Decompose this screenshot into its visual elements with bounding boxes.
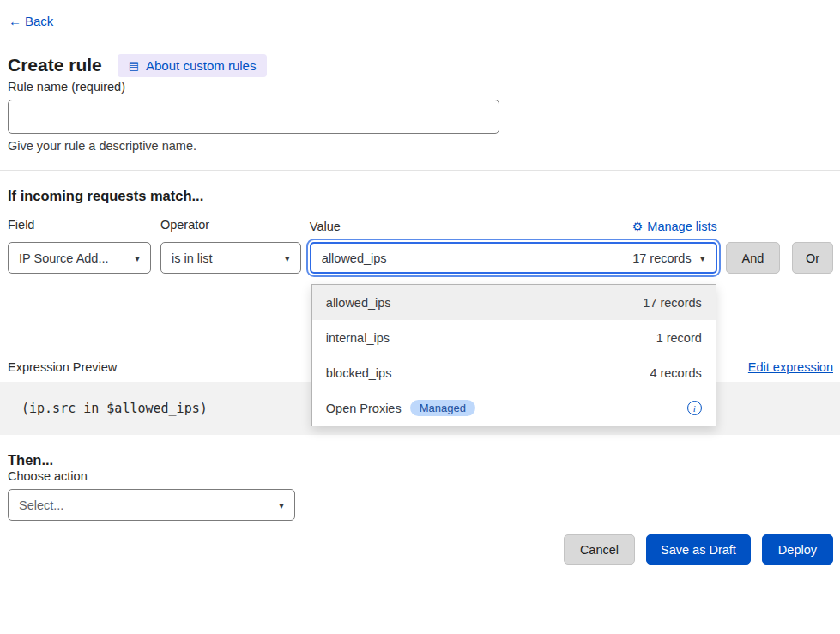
list-item-name: allowed_ips <box>326 296 391 310</box>
section-divider <box>0 170 840 171</box>
info-icon[interactable]: i <box>687 401 702 415</box>
list-item-open-proxies[interactable]: Open Proxies Managed i <box>312 390 716 426</box>
list-item-internal-ips[interactable]: internal_ips 1 record <box>312 320 716 355</box>
cancel-button[interactable]: Cancel <box>564 534 635 565</box>
value-column: Value ⚙ Manage lists allowed_ips 17 reco… <box>310 218 717 274</box>
back-arrow-icon: ← <box>9 14 21 28</box>
footer-actions: Cancel Save as Draft Deploy <box>0 534 840 565</box>
chevron-down-icon: ▾ <box>285 252 290 264</box>
match-section-heading: If incoming requests match... <box>8 188 840 204</box>
or-button[interactable]: Or <box>792 242 833 274</box>
action-select-placeholder: Select... <box>19 498 63 512</box>
value-select[interactable]: allowed_ips 17 records ▾ <box>310 242 717 274</box>
value-select-value: allowed_ips <box>322 251 387 265</box>
list-item-blocked-ips[interactable]: blocked_ips 4 records <box>312 355 716 390</box>
managed-badge: Managed <box>410 400 475 416</box>
value-select-meta: 17 records <box>632 251 692 265</box>
field-select[interactable]: IP Source Add... ▾ <box>8 242 151 274</box>
chevron-down-icon: ▾ <box>135 252 140 264</box>
book-icon: ▤ <box>129 59 139 72</box>
value-dropdown-menu: allowed_ips 17 records internal_ips 1 re… <box>311 284 716 426</box>
operator-select[interactable]: is in list ▾ <box>160 242 301 274</box>
field-label: Field <box>8 218 151 235</box>
operator-label: Operator <box>160 218 301 235</box>
field-column: Field IP Source Add... ▾ <box>8 218 151 274</box>
rule-name-label: Rule name (required) <box>8 80 125 94</box>
field-select-value: IP Source Add... <box>19 251 109 265</box>
about-custom-rules-link[interactable]: ▤ About custom rules <box>118 54 268 77</box>
choose-action-label: Choose action <box>8 469 88 483</box>
manage-lists-label: Manage lists <box>647 220 716 233</box>
action-select[interactable]: Select... ▾ <box>8 489 295 521</box>
rule-name-help: Give your rule a descriptive name. <box>8 139 840 153</box>
list-item-name: internal_ips <box>326 331 390 345</box>
value-label-row: Value ⚙ Manage lists <box>310 218 717 235</box>
edit-expression-link[interactable]: Edit expression <box>748 360 833 374</box>
list-item-name: Open Proxies <box>326 402 402 415</box>
deploy-button[interactable]: Deploy <box>762 534 833 565</box>
chevron-down-icon: ▾ <box>700 252 705 264</box>
about-custom-rules-label: About custom rules <box>146 58 256 73</box>
operator-column: Operator is in list ▾ <box>160 218 301 274</box>
manage-lists-link[interactable]: ⚙ Manage lists <box>632 220 717 233</box>
rule-name-input[interactable] <box>8 100 499 134</box>
then-section-heading: Then... <box>8 452 840 468</box>
list-item-meta: 4 records <box>650 366 701 380</box>
page-title: Create rule <box>8 55 102 75</box>
list-item-name: blocked_ips <box>326 366 392 380</box>
save-as-draft-button[interactable]: Save as Draft <box>646 534 751 565</box>
match-row: Field IP Source Add... ▾ Operator is in … <box>8 218 833 274</box>
list-item-left: Open Proxies Managed <box>326 400 475 416</box>
list-item-allowed-ips[interactable]: allowed_ips 17 records <box>312 285 716 320</box>
value-label: Value <box>310 220 341 233</box>
expression-code: (ip.src in $allowed_ips) <box>21 401 208 416</box>
value-select-right: 17 records ▾ <box>632 251 705 265</box>
operator-select-value: is in list <box>172 251 213 265</box>
list-item-meta: 1 record <box>656 331 702 345</box>
title-row: Create rule ▤ About custom rules <box>8 51 840 79</box>
chevron-down-icon: ▾ <box>279 499 284 511</box>
back-link[interactable]: ←Back <box>9 14 53 28</box>
expression-preview-label: Expression Preview <box>8 360 117 374</box>
and-button[interactable]: And <box>726 242 781 274</box>
create-rule-page: ←Back Create rule ▤ About custom rules R… <box>0 0 840 634</box>
back-label: Back <box>25 14 53 28</box>
gear-icon: ⚙ <box>632 220 644 233</box>
list-item-meta: 17 records <box>643 296 702 310</box>
